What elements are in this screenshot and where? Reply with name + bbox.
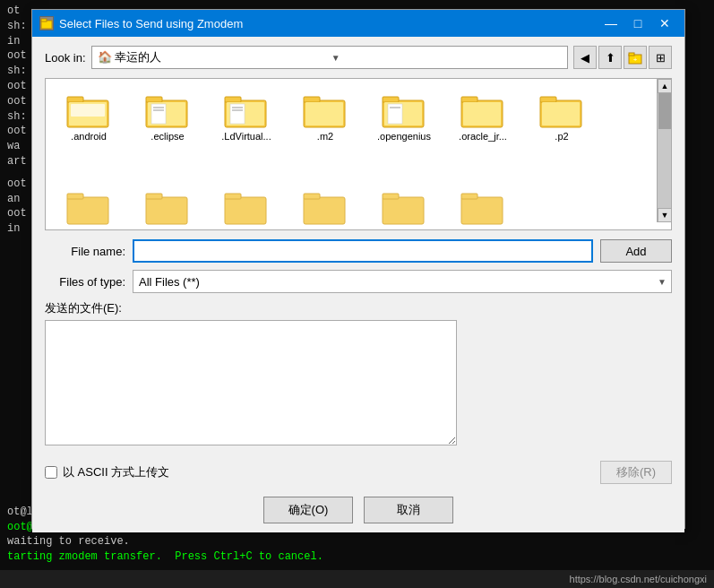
folder-icon [144, 186, 191, 226]
svg-rect-6 [67, 97, 83, 102]
file-name-label: File name: [45, 245, 125, 258]
scroll-up-button[interactable]: ▲ [658, 79, 672, 93]
list-item[interactable] [289, 183, 361, 229]
scroll-track [658, 93, 671, 208]
file-name-input[interactable] [133, 239, 593, 263]
folder-icon [302, 90, 348, 129]
file-select-dialog: Select Files to Send using Zmodem — □ ✕ … [31, 9, 685, 529]
toolbar-buttons: ◀ ⬆ + ⊞ [573, 46, 672, 69]
folder-icon [223, 186, 270, 226]
svg-rect-40 [225, 194, 241, 199]
svg-rect-1 [41, 19, 47, 22]
svg-rect-37 [146, 197, 187, 224]
bottom-controls: 以 ASCII 方式上传文 移除(R) [45, 461, 672, 484]
files-of-type-wrapper: All Files (**) ▼ [133, 270, 672, 293]
dialog-body: Look in: 🏠 幸运的人 ▼ ◀ ⬆ + ⊞ [32, 37, 684, 532]
svg-rect-18 [230, 104, 245, 124]
folder-icon [144, 90, 191, 129]
title-bar: Select Files to Send using Zmodem — □ ✕ [32, 10, 684, 37]
send-files-section: 发送的文件(E): [45, 300, 672, 455]
list-item[interactable]: .p2 [526, 86, 598, 222]
folder-icon [381, 186, 427, 226]
svg-rect-30 [461, 97, 477, 102]
ok-button[interactable]: 确定(O) [263, 497, 353, 523]
list-item[interactable] [447, 183, 519, 229]
bottom-bar: https://blog.csdn.net/cuichongxi [0, 570, 714, 588]
scroll-thumb[interactable] [658, 93, 671, 129]
list-item[interactable] [211, 183, 282, 229]
list-item[interactable] [132, 183, 203, 229]
svg-rect-23 [305, 102, 343, 125]
svg-rect-16 [225, 97, 241, 102]
svg-rect-27 [388, 104, 402, 124]
svg-text:+: + [633, 56, 638, 64]
file-second-row [53, 183, 519, 229]
look-in-select[interactable]: 🏠 幸运的人 ▼ [91, 46, 568, 69]
files-of-type-row: Files of type: All Files (**) ▼ [45, 270, 672, 293]
svg-rect-44 [383, 194, 399, 199]
svg-rect-38 [146, 194, 162, 199]
folder-icon [538, 90, 585, 129]
file-label: .opengenius [377, 131, 431, 142]
list-item[interactable] [368, 183, 440, 229]
file-label: .eclipse [151, 131, 184, 142]
svg-rect-10 [146, 97, 162, 102]
remove-button[interactable]: 移除(R) [600, 461, 672, 484]
ascii-checkbox[interactable] [45, 466, 57, 479]
maximize-button[interactable]: □ [625, 13, 650, 33]
back-button[interactable]: ◀ [573, 46, 597, 69]
svg-rect-35 [67, 197, 108, 224]
list-item[interactable] [53, 183, 125, 229]
dialog-title: Select Files to Send using Zmodem [59, 17, 243, 30]
scroll-down-button[interactable]: ▼ [658, 208, 672, 222]
folder-icon [65, 186, 112, 226]
svg-rect-45 [461, 197, 503, 224]
file-label: .m2 [317, 131, 333, 142]
svg-rect-46 [461, 194, 477, 199]
view-button[interactable]: ⊞ [649, 46, 672, 69]
svg-rect-8 [71, 104, 105, 117]
bottom-bar-url: https://blog.csdn.net/cuichongxi [570, 574, 707, 584]
folder-icon [460, 186, 506, 226]
file-label: .oracle_jr... [459, 131, 507, 142]
svg-rect-33 [540, 97, 556, 102]
action-buttons: 确定(O) 取消 [45, 497, 672, 523]
add-button[interactable]: Add [600, 239, 672, 263]
dialog-icon [39, 16, 54, 30]
svg-rect-42 [304, 194, 320, 199]
new-folder-button[interactable]: + [624, 46, 647, 69]
forward-button[interactable]: ⬆ [598, 46, 622, 69]
send-files-textarea[interactable] [45, 320, 457, 445]
ascii-label: 以 ASCII 方式上传文 [63, 464, 169, 480]
svg-rect-22 [304, 97, 320, 102]
send-files-label: 发送的文件(E): [45, 300, 672, 316]
file-label: .p2 [555, 131, 568, 142]
look-in-value: 🏠 幸运的人 [98, 49, 328, 65]
svg-rect-41 [304, 197, 345, 224]
minimize-button[interactable]: — [598, 13, 624, 33]
look-in-label: Look in: [45, 51, 86, 65]
svg-rect-12 [151, 104, 166, 124]
files-of-type-select[interactable]: All Files (**) [133, 270, 672, 293]
title-bar-left: Select Files to Send using Zmodem [39, 16, 243, 30]
look-in-arrow: ▼ [331, 53, 562, 63]
files-of-type-label: Files of type: [45, 275, 125, 289]
file-label: .android [71, 131, 107, 142]
file-name-row: File name: Add [45, 239, 672, 263]
svg-rect-39 [225, 197, 266, 224]
ascii-checkbox-row: 以 ASCII 方式上传文 [45, 464, 169, 480]
folder-icon [65, 90, 112, 129]
folder-icon [381, 90, 427, 129]
close-button[interactable]: ✕ [652, 13, 677, 33]
svg-rect-25 [383, 97, 399, 102]
vertical-scrollbar[interactable]: ▲ ▼ [657, 79, 671, 222]
file-label: .LdVirtual... [221, 131, 271, 142]
folder-icon [223, 90, 270, 129]
title-controls: — □ ✕ [598, 13, 677, 33]
cancel-button[interactable]: 取消 [364, 497, 453, 523]
folder-icon [302, 186, 348, 226]
dialog-overlay: Select Files to Send using Zmodem — □ ✕ … [0, 0, 714, 570]
folder-icon [460, 90, 506, 129]
svg-rect-31 [463, 102, 501, 125]
svg-rect-36 [67, 194, 83, 199]
